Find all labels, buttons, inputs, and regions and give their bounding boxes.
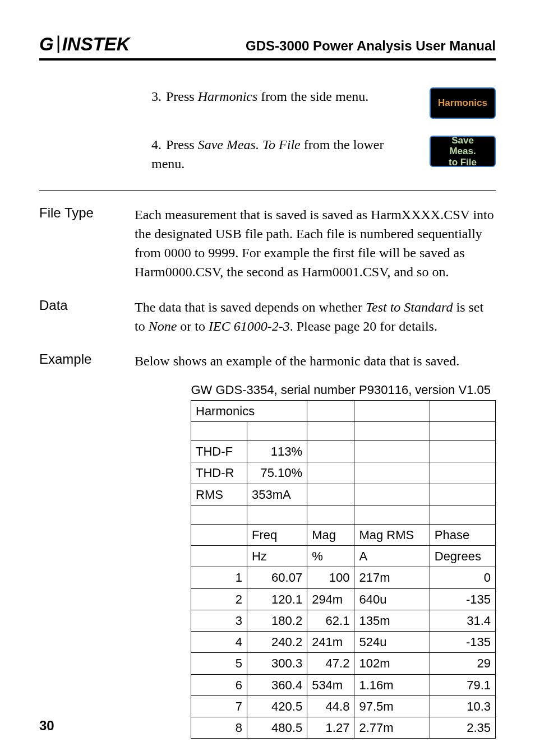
step-3: 3.Press Harmonics from the side menu. Ha… (146, 87, 496, 119)
table-row: THD-R75.10% (191, 462, 496, 484)
table-header-row: Freq Mag Mag RMS Phase (191, 524, 496, 545)
example-label: Example (39, 351, 135, 370)
page-header: G⏐INSTEK GDS-3000 Power Analysis User Ma… (39, 34, 496, 61)
data-section: Data The data that is saved depends on w… (39, 298, 496, 336)
table-row: 2120.1294m640u-135 (191, 588, 496, 610)
data-label: Data (39, 298, 135, 336)
file-type-section: File Type Each measurement that is saved… (39, 205, 496, 281)
table-row: RMS353mA (191, 484, 496, 505)
example-table-section: GW GDS-3354, serial number P930116, vers… (39, 375, 496, 739)
brand-logo: G⏐INSTEK (39, 34, 130, 55)
table-row: 4240.2241m524u-135 (191, 632, 496, 653)
device-info: GW GDS-3354, serial number P930116, vers… (191, 379, 496, 401)
table-unit-row: Hz % A Degrees (191, 546, 496, 567)
file-type-label: File Type (39, 205, 135, 281)
table-row: THD-F113% (191, 441, 496, 462)
file-type-body: Each measurement that is saved is saved … (135, 205, 496, 281)
data-body: The data that is saved depends on whethe… (135, 298, 496, 336)
table-row: 7420.544.897.5m10.3 (191, 695, 496, 717)
separator (39, 190, 496, 191)
save-meas-to-file-button[interactable]: Save Meas. to File (430, 136, 496, 167)
table-row: 3180.262.1135m31.4 (191, 610, 496, 631)
step-3-text: 3.Press Harmonics from the side menu. (146, 87, 418, 106)
page-number: 30 (39, 718, 54, 734)
example-section: Example Below shows an example of the ha… (39, 351, 496, 370)
manual-title: GDS-3000 Power Analysis User Manual (246, 38, 496, 54)
step-4: 4.Press Save Meas. To File from the lowe… (146, 136, 496, 173)
example-body: Below shows an example of the harmonic d… (135, 351, 496, 370)
harmonics-table: GW GDS-3354, serial number P930116, vers… (191, 379, 496, 739)
table-row: 160.07100217m0 (191, 567, 496, 588)
table-row: 6360.4534m1.16m79.1 (191, 674, 496, 695)
step-4-text: 4.Press Save Meas. To File from the lowe… (146, 136, 418, 173)
harmonics-button[interactable]: Harmonics (430, 87, 496, 119)
table-row: 8480.51.272.77m2.35 (191, 717, 496, 739)
table-row: 5300.347.2102m29 (191, 653, 496, 674)
table-section-title: Harmonics (191, 400, 307, 421)
